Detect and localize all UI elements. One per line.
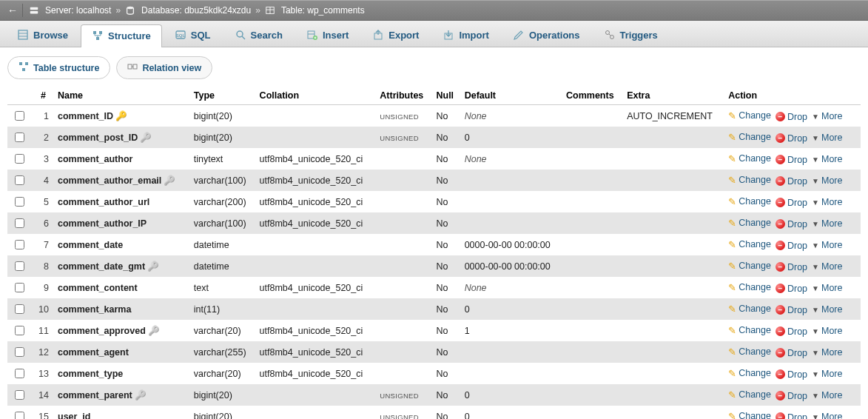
- change-link[interactable]: ✎Change: [728, 196, 771, 207]
- row-checkbox[interactable]: [15, 369, 24, 378]
- change-link[interactable]: ✎Change: [728, 261, 771, 272]
- more-link[interactable]: ▼More: [812, 390, 842, 400]
- col-extra[interactable]: Extra: [622, 87, 724, 105]
- row-null: No: [431, 406, 460, 419]
- subtab-relation-view-label: Relation view: [142, 63, 201, 73]
- change-link[interactable]: ✎Change: [728, 153, 771, 164]
- row-checkbox[interactable]: [15, 304, 24, 314]
- change-link[interactable]: ✎Change: [728, 132, 771, 143]
- drop-link[interactable]: −Drop: [776, 369, 807, 380]
- row-checkbox[interactable]: [15, 261, 24, 271]
- more-link[interactable]: ▼More: [812, 261, 842, 272]
- row-checkbox[interactable]: [15, 283, 24, 292]
- row-checkbox[interactable]: [15, 412, 24, 419]
- change-link[interactable]: ✎Change: [728, 175, 771, 186]
- change-link[interactable]: ✎Change: [728, 304, 771, 315]
- drop-link[interactable]: −Drop: [776, 219, 807, 229]
- tab-insert[interactable]: Insert: [295, 24, 360, 47]
- subtab-relation-view[interactable]: Relation view: [116, 56, 212, 79]
- change-label: Change: [739, 282, 771, 292]
- more-label: More: [821, 412, 842, 419]
- drop-link[interactable]: −Drop: [776, 241, 807, 251]
- row-checkbox[interactable]: [15, 154, 24, 164]
- more-link[interactable]: ▼More: [812, 347, 842, 358]
- change-label: Change: [739, 325, 771, 335]
- row-checkbox[interactable]: [15, 218, 24, 228]
- col-num[interactable]: #: [31, 87, 53, 105]
- table-row: 7comment_datedatetimeNo0000-00-00 00:00:…: [7, 234, 861, 255]
- change-link[interactable]: ✎Change: [728, 346, 771, 358]
- breadcrumb-table[interactable]: Table: wp_comments: [281, 5, 365, 16]
- tab-structure[interactable]: Structure: [81, 24, 162, 47]
- index-key-icon: 🔑: [164, 175, 175, 186]
- more-link[interactable]: ▼More: [812, 197, 842, 207]
- col-name[interactable]: Name: [53, 87, 189, 105]
- tab-search[interactable]: Search: [223, 24, 294, 47]
- change-link[interactable]: ✎Change: [728, 282, 771, 293]
- change-link[interactable]: ✎Change: [728, 389, 771, 400]
- row-checkbox[interactable]: [15, 175, 24, 185]
- more-link[interactable]: ▼More: [812, 218, 842, 229]
- drop-link[interactable]: −Drop: [776, 198, 807, 208]
- drop-link[interactable]: −Drop: [776, 391, 807, 401]
- tab-operations-label: Operations: [529, 30, 580, 41]
- row-null: No: [431, 298, 460, 320]
- tab-export[interactable]: Export: [361, 24, 430, 47]
- row-checkbox[interactable]: [15, 133, 24, 142]
- drop-link[interactable]: −Drop: [776, 305, 807, 315]
- col-attributes[interactable]: Attributes: [375, 87, 431, 105]
- subtab-table-structure[interactable]: Table structure: [7, 56, 110, 79]
- drop-link[interactable]: −Drop: [776, 133, 807, 144]
- breadcrumb-server[interactable]: Server: localhost: [45, 5, 111, 16]
- more-link[interactable]: ▼More: [812, 283, 842, 293]
- row-checkbox[interactable]: [15, 197, 24, 207]
- col-collation[interactable]: Collation: [255, 87, 376, 105]
- drop-link[interactable]: −Drop: [776, 112, 807, 122]
- col-type[interactable]: Type: [189, 87, 255, 105]
- more-link[interactable]: ▼More: [812, 412, 842, 419]
- back-button[interactable]: ←: [6, 4, 23, 17]
- row-checkbox[interactable]: [15, 326, 24, 335]
- change-label: Change: [739, 368, 771, 378]
- drop-link[interactable]: −Drop: [776, 412, 807, 420]
- change-link[interactable]: ✎Change: [728, 218, 771, 229]
- change-link[interactable]: ✎Change: [728, 110, 771, 121]
- drop-link[interactable]: −Drop: [776, 155, 807, 165]
- row-collation: utf8mb4_unicode_520_ci: [255, 148, 376, 170]
- more-link[interactable]: ▼More: [812, 326, 842, 336]
- tab-operations[interactable]: Operations: [502, 24, 591, 47]
- row-checkbox[interactable]: [15, 390, 24, 400]
- tab-browse[interactable]: Browse: [6, 24, 79, 47]
- more-link[interactable]: ▼More: [812, 240, 842, 250]
- tab-sql[interactable]: SQL SQL: [164, 24, 222, 47]
- row-extra: [622, 298, 724, 320]
- drop-link[interactable]: −Drop: [776, 284, 807, 294]
- change-link[interactable]: ✎Change: [728, 368, 771, 379]
- tab-import[interactable]: Import: [431, 24, 499, 47]
- more-link[interactable]: ▼More: [812, 154, 842, 164]
- drop-link[interactable]: −Drop: [776, 176, 807, 187]
- table-row: 14comment_parent🔑bigint(20)UNSIGNEDNo0✎C…: [7, 384, 861, 406]
- col-comments[interactable]: Comments: [562, 87, 622, 105]
- drop-link[interactable]: −Drop: [776, 348, 807, 358]
- more-link[interactable]: ▼More: [812, 111, 842, 121]
- more-link[interactable]: ▼More: [812, 175, 842, 186]
- tab-triggers[interactable]: Triggers: [593, 24, 669, 47]
- more-link[interactable]: ▼More: [812, 304, 842, 315]
- row-checkbox[interactable]: [15, 240, 24, 249]
- more-link[interactable]: ▼More: [812, 369, 842, 379]
- more-link[interactable]: ▼More: [812, 133, 842, 143]
- change-link[interactable]: ✎Change: [728, 411, 771, 420]
- breadcrumb-server-name: localhost: [76, 5, 111, 16]
- change-link[interactable]: ✎Change: [728, 239, 771, 250]
- change-label: Change: [739, 304, 771, 314]
- more-label: More: [821, 390, 842, 400]
- breadcrumb-database[interactable]: Database: dbuz5kdk24xzdu: [141, 5, 251, 16]
- drop-link[interactable]: −Drop: [776, 262, 807, 272]
- col-null[interactable]: Null: [431, 87, 460, 105]
- row-checkbox[interactable]: [15, 111, 24, 121]
- change-link[interactable]: ✎Change: [728, 325, 771, 336]
- col-default[interactable]: Default: [460, 87, 562, 105]
- row-checkbox[interactable]: [15, 347, 24, 357]
- drop-link[interactable]: −Drop: [776, 326, 807, 337]
